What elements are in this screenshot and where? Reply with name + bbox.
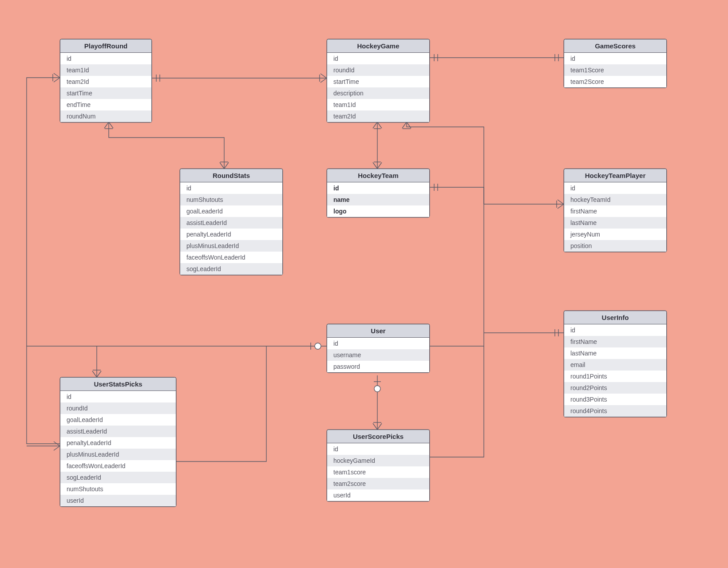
field-row: numShutouts [60,483,176,495]
field-row: penaltyLeaderId [180,229,282,240]
field-row: team2Id [60,76,151,87]
entity-roundstats: RoundStats id numShutouts goalLeaderId a… [180,169,283,275]
field-row: team1Id [60,64,151,76]
svg-point-37 [315,343,321,349]
field-row: team2Score [564,76,666,87]
svg-line-33 [407,122,411,128]
svg-line-20 [377,122,382,128]
field-row: id [327,338,429,349]
entity-hockeyteam: HockeyTeam id name logo [327,169,430,217]
field-row: lastName [564,217,666,229]
field-row: position [564,240,666,252]
field-row: numShutouts [180,194,282,205]
svg-line-3 [320,74,327,78]
svg-line-44 [92,371,97,377]
field-row: team1Id [327,99,429,110]
entity-header: RoundStats [180,169,282,182]
entity-gamescores: GameScores id team1Score team2Score [564,39,667,88]
entity-header: HockeyTeam [327,169,429,182]
svg-line-42 [54,442,60,446]
field-row: startTime [327,76,429,87]
field-row: password [327,361,429,372]
svg-line-19 [373,122,377,128]
entity-header: UserStatsPicks [60,378,176,391]
field-row: jerseyNum [564,229,666,240]
field-row: round3Points [564,394,666,405]
field-row: assistLeaderId [180,217,282,229]
svg-line-45 [97,371,101,377]
field-row: userId [327,489,429,501]
entity-header: User [327,324,429,338]
field-row: userId [60,495,176,506]
field-row: team1score [327,466,429,478]
svg-line-39 [54,73,60,78]
entity-userstatspicks: UserStatsPicks id roundId goalLeaderId a… [60,377,176,507]
field-row: id [564,182,666,194]
field-row: id [180,182,282,194]
entity-header: UserScorePicks [327,430,429,443]
entity-user: User id username password [327,324,430,373]
svg-point-48 [374,386,380,392]
entity-userscorepicks: UserScorePicks id hockeyGameId team1scor… [327,430,430,501]
field-row: id [327,443,429,455]
field-row: assistLeaderId [60,426,176,437]
svg-line-15 [224,162,229,169]
field-row: id [327,182,429,194]
field-row: username [327,349,429,361]
field-row: lastName [564,347,666,359]
svg-line-27 [558,204,564,209]
entity-header: HockeyTeamPlayer [564,169,666,182]
field-row: id [327,53,429,64]
entity-header: UserInfo [564,311,666,324]
field-row: firstName [564,336,666,347]
svg-line-26 [558,200,564,204]
field-row: firstName [564,205,666,217]
entity-userinfo: UserInfo id firstName lastName email rou… [564,311,667,417]
field-row: round4Points [564,405,666,417]
field-row: round2Points [564,382,666,394]
field-row: name [327,194,429,205]
field-row: plusMinusLeaderId [60,449,176,460]
field-row: hockeyGameId [327,455,429,466]
field-row: sogLeaderId [60,472,176,483]
field-row: id [60,53,151,64]
field-row: penaltyLeaderId [60,437,176,449]
svg-line-14 [220,162,224,169]
field-row: faceoffsWonLeaderId [180,252,282,263]
entity-header: GameScores [564,39,666,53]
field-row: sogLeaderId [180,263,282,275]
svg-line-4 [320,78,327,83]
field-row: hockeyTeamId [564,194,666,205]
field-row: endTime [60,99,151,110]
field-row: faceoffsWonLeaderId [60,460,176,472]
field-row: team1Score [564,64,666,76]
field-row: roundId [60,402,176,414]
svg-line-40 [54,78,60,82]
field-row: goalLeaderId [180,205,282,217]
field-row: team2score [327,478,429,489]
field-row: id [60,391,176,402]
field-row: roundId [327,64,429,76]
svg-line-22 [373,162,377,169]
field-row: id [564,53,666,64]
svg-line-50 [373,423,377,430]
svg-line-11 [104,122,109,128]
entity-hockeygame: HockeyGame id roundId startTime descript… [327,39,430,122]
entity-hockeyteamplayer: HockeyTeamPlayer id hockeyTeamId firstNa… [564,169,667,252]
entity-header: HockeyGame [327,39,429,53]
svg-line-12 [109,122,113,128]
svg-line-51 [377,423,382,430]
field-row: id [564,324,666,336]
field-row: plusMinusLeaderId [180,240,282,252]
field-row: description [327,87,429,99]
field-row: email [564,359,666,371]
field-row: startTime [60,87,151,99]
svg-line-43 [54,446,60,450]
field-row: roundNum [60,110,151,122]
field-row: team2Id [327,110,429,122]
entity-header: PlayoffRound [60,39,151,53]
svg-line-32 [402,122,407,128]
field-row: logo [327,205,429,217]
field-row: goalLeaderId [60,414,176,426]
field-row: round1Points [564,371,666,382]
